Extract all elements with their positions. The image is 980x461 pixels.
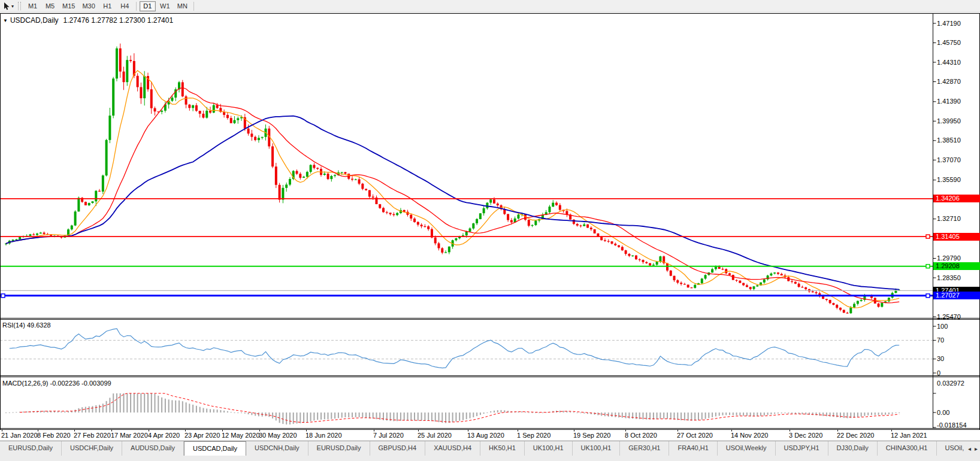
rsi-indicator-label: RSI(14) 49.6328 [2,322,51,329]
time-axis-label: 8 Feb 2020 [37,432,71,439]
chart-tab-xauusd-h4[interactable]: XAUUSD,H4 [425,441,480,456]
rsi-axis-tick: 30 [937,355,944,363]
time-axis-label: 27 Feb 2020 [74,432,111,439]
price-axis-tick: 1.41390 [937,98,961,105]
rsi-axis-tick: 100 [937,323,948,330]
chart-tab-uk100-h1[interactable]: UK100,H1 [573,441,621,456]
rsi-axis-tick: 70 [937,336,944,344]
price-badge-support-line-price: 1.27027 [933,292,980,299]
time-axis-label: 1 Sep 2020 [517,432,551,439]
chart-tabs: EURUSD,DailyUSDCHF,DailyAUDUSD,DailyUSDC… [0,441,966,456]
price-axis-tick: 1.29790 [937,254,961,262]
price-axis-tick: 1.28350 [937,274,961,282]
chart-tab-usdjpy-h1[interactable]: USDJPY,H1 [776,441,828,456]
chart-tab-hk50-h1[interactable]: HK50,H1 [480,441,525,456]
time-axis-label: 19 Sep 2020 [573,432,610,439]
time-axis-label: 13 Aug 2020 [467,432,504,439]
time-axis-label: 17 Mar 2020 [111,432,148,439]
chart-tab-usoil-weekly[interactable]: USOil,Weekly [718,441,776,456]
price-axis-tick: 1.42870 [937,78,961,86]
cursor-icon [4,2,10,10]
chart-tab-ger30-h1[interactable]: GER30,H1 [620,441,669,456]
chart-tab-eurusd-daily[interactable]: EURUSD,Daily [308,441,370,456]
price-badge-resistance-line-price: 1.31405 [933,233,980,241]
chart-tab-usdcnh-daily[interactable]: USDCNH,Daily [246,441,308,456]
toolbar-separator [136,2,137,11]
time-axis-label: 8 Oct 2020 [625,432,657,439]
time-axis-label: 27 Oct 2020 [677,432,713,439]
toolbar-grip[interactable] [18,2,21,10]
tab-scroll-buttons: ◂ ▸ [966,441,980,456]
price-badge-support-line-price: 1.29208 [933,262,980,270]
timeframe-button-M30[interactable]: M30 [79,1,98,11]
chart-tab-usdchf-daily[interactable]: USDCHF,Daily [62,441,122,456]
time-axis-label: 21 Jan 2020 [1,432,38,439]
chart-title: ▼USDCAD,Daily1.27476 1.27782 1.27300 1.2… [3,16,173,25]
timeframe-button-M5[interactable]: M5 [42,1,58,11]
timeframe-button-MN[interactable]: MN [174,1,190,11]
chart-tab-china300-h1[interactable]: CHINA300,H1 [878,441,937,456]
toolbar: ▾ M1M5M15M30H1H4D1W1MN [0,0,980,13]
chart-tab-eurusd-daily[interactable]: EURUSD,Daily [0,441,62,456]
price-axis-tick: 1.39950 [937,117,961,125]
price-axis-tick: 1.44310 [937,59,961,66]
toolbar-separator [193,2,194,11]
timeframe-button-H4[interactable]: H4 [117,1,133,11]
tabs-scroll-right-button[interactable]: ▸ [975,445,978,452]
time-axis-label: 12 May 2020 [222,432,260,439]
chart-window: ▼USDCAD,Daily1.27476 1.27782 1.27300 1.2… [0,13,980,440]
time-axis-label: 4 Apr 2020 [148,432,180,439]
line-handle[interactable] [926,235,930,238]
timeframe-button-M15[interactable]: M15 [59,1,78,11]
chart-tab-bar: EURUSD,DailyUSDCHF,DailyAUDUSD,DailyUSDC… [0,441,980,461]
timeframe-button-D1[interactable]: D1 [140,1,156,11]
macd-indicator-label: MACD(12,26,9) -0.002236 -0.003099 [2,380,111,387]
price-axis-tick: 1.37070 [937,156,961,164]
timeframe-button-W1[interactable]: W1 [157,1,173,11]
chart-tab-gbpusd-h4[interactable]: GBPUSD,H4 [370,441,426,456]
macd-axis-tick: 0.00 [937,409,949,417]
rsi-axis-tick: 0 [937,369,940,377]
price-axis-tick: 1.32710 [937,215,961,223]
price-axis[interactable]: 1.471901.457501.443101.428701.413901.399… [933,13,980,440]
chart-tab-usoil[interactable]: USOil, [937,441,966,456]
timeframe-button-H1[interactable]: H1 [99,1,116,11]
timeframe-toolbar: M1M5M15M30H1H4D1W1MN [24,1,196,11]
chart-tab-audusd-daily[interactable]: AUDUSD,Daily [122,441,184,456]
chart-tab-fra40-h1[interactable]: FRA40,H1 [669,441,717,456]
chart-tab-usdcad-daily[interactable]: USDCAD,Daily [184,441,246,456]
time-axis-label: 18 Jun 2020 [306,432,342,439]
macd-axis-tick: -0.018154 [937,421,967,429]
price-axis-tick: 1.45750 [937,39,961,47]
time-axis-label: 12 Jan 2021 [891,432,927,439]
chart-symbol-label: USDCAD,Daily [10,16,59,25]
chevron-down-icon: ▾ [11,4,14,9]
cursor-tool-button[interactable]: ▾ [2,1,16,11]
price-axis-tick: 1.47190 [937,20,961,28]
macd-axis-tick: 0.032972 [937,380,964,387]
price-chart-canvas[interactable] [0,13,980,440]
time-axis-label: 22 Dec 2020 [837,432,874,439]
tabs-scroll-left-button[interactable]: ◂ [968,445,971,452]
price-axis-tick: 1.35590 [937,176,961,184]
mt4-window: ▾ M1M5M15M30H1H4D1W1MN ▼USDCAD,Daily1.27… [0,0,980,461]
price-axis-tick: 1.38510 [937,137,961,144]
price-axis-tick: 1.25470 [937,313,961,321]
time-axis-label: 7 Jul 2020 [373,432,404,439]
chart-menu-icon[interactable]: ▼ [3,18,8,23]
time-axis-label: 25 Jul 2020 [418,432,452,439]
chart-ohlc-label: 1.27476 1.27782 1.27300 1.27401 [63,16,174,25]
timeframe-button-M1[interactable]: M1 [25,1,41,11]
time-axis-label: 23 Apr 2020 [184,432,220,439]
time-axis-label: 3 Dec 2020 [789,432,822,439]
line-handle[interactable] [926,265,930,268]
time-axis-label: 14 Nov 2020 [731,432,768,439]
time-axis-label: 30 May 2020 [259,432,297,439]
time-axis[interactable]: 21 Jan 20208 Feb 202027 Feb 202017 Mar 2… [0,430,932,440]
line-handle[interactable] [926,294,930,298]
line-handle[interactable] [1,294,5,298]
chart-tab-uk100-h1[interactable]: UK100,H1 [525,441,573,456]
chart-tab-dj30-daily[interactable]: DJ30,Daily [828,441,878,456]
price-badge-resistance-line-price: 1.34206 [933,195,980,202]
